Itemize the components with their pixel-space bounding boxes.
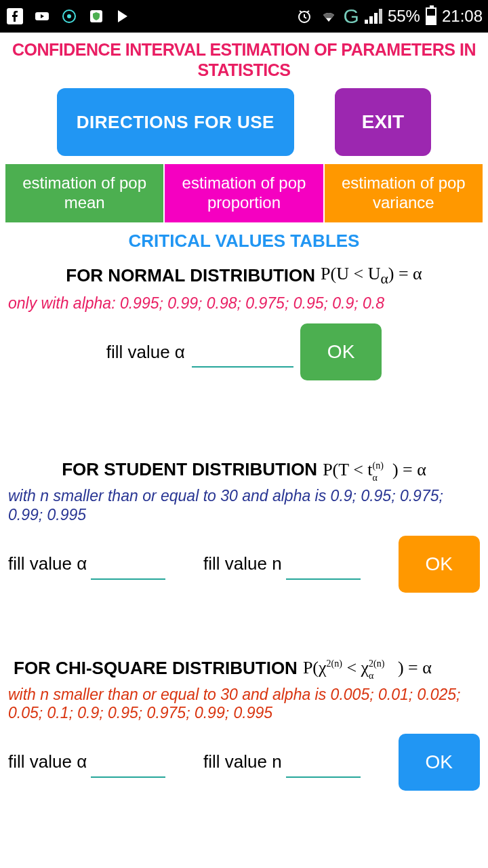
wifi-icon [319, 7, 338, 26]
normal-alpha-input[interactable] [192, 336, 293, 368]
student-alpha-label: fill value α [8, 553, 87, 574]
status-bar: G 55% 21:08 [0, 0, 488, 33]
tab-pop-variance[interactable]: estimation of pop variance [325, 164, 483, 222]
normal-formula: P(U < Uα) = α [321, 264, 422, 288]
chisq-n-input[interactable] [286, 747, 361, 778]
student-n-label: fill value n [203, 553, 282, 574]
tab-pop-mean[interactable]: estimation of pop mean [5, 164, 163, 222]
tab-pop-proportion[interactable]: estimation of pop proportion [165, 164, 323, 222]
student-ok-button[interactable]: OK [399, 536, 480, 593]
network-type: G [344, 5, 359, 28]
normal-note: only with alpha: 0.995; 0.99; 0.98; 0.97… [0, 288, 488, 319]
aperture-icon [60, 7, 79, 26]
chisq-title: FOR CHI-SQUARE DISTRIBUTION [14, 658, 298, 679]
signal-icon [365, 9, 382, 24]
alarm-icon [295, 7, 314, 26]
clock-time: 21:08 [442, 7, 483, 26]
page-title: CONFIDENCE INTERVAL ESTIMATION OF PARAME… [0, 33, 488, 80]
chisq-ok-button[interactable]: OK [399, 734, 480, 791]
chisq-n-label: fill value n [203, 751, 282, 772]
chisq-note: with n smaller than or equal to 30 and a… [0, 679, 488, 728]
battery-icon [426, 7, 436, 25]
student-alpha-input[interactable] [91, 549, 165, 580]
normal-alpha-label: fill value α [106, 342, 185, 363]
shield-icon [87, 7, 106, 26]
normal-distribution-block: FOR NORMAL DISTRIBUTION P(U < Uα) = α on… [0, 264, 488, 387]
facebook-icon [5, 7, 24, 26]
normal-ok-button[interactable]: OK [300, 323, 382, 380]
normal-title: FOR NORMAL DISTRIBUTION [66, 265, 315, 286]
tables-heading: CRITICAL VALUES TABLES [0, 231, 488, 252]
student-n-input[interactable] [286, 549, 361, 580]
chisq-distribution-block: FOR CHI-SQUARE DISTRIBUTION P(χ2(n) < χ2… [0, 658, 488, 796]
student-note: with n smaller than or equal to 30 and a… [0, 480, 488, 530]
svg-point-3 [67, 14, 71, 18]
student-title: FOR STUDENT DISTRIBUTION [62, 459, 317, 480]
chisq-formula: P(χ2(n) < χ2(n)α ) = α [303, 658, 432, 678]
youtube-icon [33, 7, 52, 26]
student-formula: P(T < t(n)α ) = α [323, 460, 426, 480]
exit-button[interactable]: EXIT [335, 88, 431, 156]
play-store-icon [114, 7, 133, 26]
chisq-alpha-input[interactable] [91, 747, 165, 778]
student-distribution-block: FOR STUDENT DISTRIBUTION P(T < t(n)α ) =… [0, 459, 488, 597]
directions-button[interactable]: DIRECTIONS FOR USE [57, 88, 294, 156]
chisq-alpha-label: fill value α [8, 751, 87, 772]
battery-percent: 55% [388, 7, 420, 26]
